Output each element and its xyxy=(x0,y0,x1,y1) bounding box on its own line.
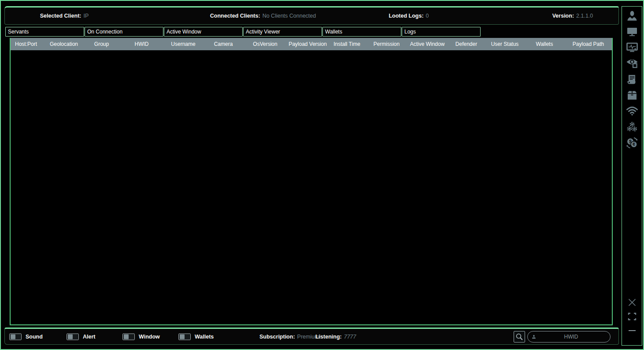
clients-table-body xyxy=(11,50,612,324)
maximize-window-button[interactable] xyxy=(625,312,639,321)
alert-label: Alert xyxy=(83,334,95,340)
activity-monitor-icon xyxy=(626,42,638,53)
looted-logs-label: Looted Logs: xyxy=(389,13,423,19)
search-icon xyxy=(515,333,523,341)
column-header-hwid[interactable]: HWID xyxy=(120,41,163,47)
looted-logs-stat: Looted Logs: 0 xyxy=(389,7,429,24)
hwid-search-box xyxy=(527,331,611,343)
hwid-search-input[interactable] xyxy=(536,333,606,340)
remote-desktop-icon xyxy=(626,26,638,37)
gears-icon xyxy=(626,121,638,133)
minimize-window-button[interactable] xyxy=(625,326,639,335)
wallets-checkbox-knob xyxy=(180,334,185,339)
minimize-icon xyxy=(627,329,637,332)
maximize-icon xyxy=(627,311,637,322)
activity-monitor-button[interactable] xyxy=(625,42,639,53)
tab-servants[interactable]: Servants xyxy=(5,27,84,37)
window-label: Window xyxy=(139,334,160,340)
column-header-active-window[interactable]: Active Window xyxy=(407,41,447,47)
bottom-bar: Sound Alert Window Wallets Subscription:… xyxy=(4,328,619,345)
top-status-bar: Selected Client: IP Connected Clients: N… xyxy=(4,6,619,25)
wallets-toggle-group: Wallets xyxy=(178,333,214,340)
wallets-checkbox[interactable] xyxy=(178,333,191,340)
subscription-label: Subscription: xyxy=(259,334,295,340)
window-checkbox-knob xyxy=(124,334,129,339)
search-button[interactable] xyxy=(514,331,525,343)
selected-client-label: Selected Client: xyxy=(40,13,81,19)
column-header-payload-path[interactable]: Payload Path xyxy=(565,41,612,47)
column-header-wallets[interactable]: Wallets xyxy=(524,41,565,47)
tab-logs[interactable]: Logs xyxy=(402,27,481,37)
column-header-username[interactable]: Username xyxy=(163,41,204,47)
close-icon xyxy=(626,297,638,308)
wallets-label: Wallets xyxy=(195,334,214,340)
logs-receipt-icon xyxy=(626,74,638,85)
remote-desktop-button[interactable] xyxy=(625,26,639,37)
window-checkbox[interactable] xyxy=(122,333,135,340)
package-box-icon xyxy=(626,89,638,101)
version-label: Version: xyxy=(552,13,574,19)
column-header-user-status[interactable]: User Status xyxy=(485,41,524,47)
client-control-panel-window: Selected Client: IP Connected Clients: N… xyxy=(0,0,644,350)
close-window-button[interactable] xyxy=(625,298,639,307)
listening-port-value: 7777 xyxy=(344,334,356,340)
column-header-install-time[interactable]: Install Time xyxy=(328,41,366,47)
sound-toggle-group: Sound xyxy=(9,333,43,340)
package-button[interactable] xyxy=(625,89,639,101)
version-stat: Version: 2.1.1.0 xyxy=(552,7,593,24)
column-header-camera[interactable]: Camera xyxy=(204,41,243,47)
column-header-group[interactable]: Group xyxy=(83,41,120,47)
currency-exchange-icon: $ ¢ xyxy=(625,137,639,149)
clients-table-header: Host:Port Geolocation Group HWID Usernam… xyxy=(11,38,612,50)
tab-activity-viewer[interactable]: Activity Viewer xyxy=(243,27,322,37)
column-header-defender[interactable]: Defender xyxy=(447,41,485,47)
client-icon xyxy=(532,333,536,340)
column-header-osversion[interactable]: OsVersion xyxy=(243,41,287,47)
connected-clients-value: No Clients Connected xyxy=(263,13,316,19)
sound-checkbox[interactable] xyxy=(9,333,22,340)
listening-label: Listening: xyxy=(315,334,342,340)
wifi-icon xyxy=(626,106,638,116)
tab-strip: Servants On Connection Active Window Act… xyxy=(5,27,481,37)
svg-text:¢: ¢ xyxy=(632,141,635,147)
tab-wallets[interactable]: Wallets xyxy=(322,27,401,37)
clients-table: Host:Port Geolocation Group HWID Usernam… xyxy=(10,38,613,325)
currency-exchange-button[interactable]: $ ¢ xyxy=(625,137,639,149)
looted-logs-value: 0 xyxy=(426,13,429,19)
connected-clients-label: Connected Clients: xyxy=(210,13,260,19)
tab-active-window[interactable]: Active Window xyxy=(164,27,243,37)
client-icon xyxy=(626,10,638,22)
selected-client-stat: Selected Client: IP xyxy=(40,7,89,24)
selected-client-value: IP xyxy=(83,13,89,19)
network-button[interactable] xyxy=(625,105,639,117)
alert-checkbox[interactable] xyxy=(67,333,79,340)
listening-stat: Listening: 7777 xyxy=(315,334,356,340)
settings-button[interactable] xyxy=(625,121,639,133)
connected-clients-stat: Connected Clients: No Clients Connected xyxy=(210,7,316,24)
column-header-payload-version[interactable]: Payload Version xyxy=(287,41,328,47)
viewer-button[interactable] xyxy=(625,58,639,69)
viewer-eye-icon xyxy=(626,58,638,69)
logs-button[interactable] xyxy=(625,74,639,85)
sound-checkbox-knob xyxy=(11,334,15,339)
sidebar-toolbar: $ ¢ xyxy=(622,6,642,346)
subscription-stat: Subscription: Premium xyxy=(259,334,319,340)
client-button[interactable] xyxy=(625,10,639,22)
tab-on-connection[interactable]: On Connection xyxy=(85,27,163,37)
column-header-permission[interactable]: Permission xyxy=(366,41,407,47)
column-header-geolocation[interactable]: Geolocation xyxy=(45,41,83,47)
version-value: 2.1.1.0 xyxy=(576,13,593,19)
alert-toggle-group: Alert xyxy=(67,333,95,340)
sound-label: Sound xyxy=(26,334,43,340)
column-header-host-port[interactable]: Host:Port xyxy=(11,41,45,47)
window-toggle-group: Window xyxy=(122,333,160,340)
alert-checkbox-knob xyxy=(68,334,73,339)
